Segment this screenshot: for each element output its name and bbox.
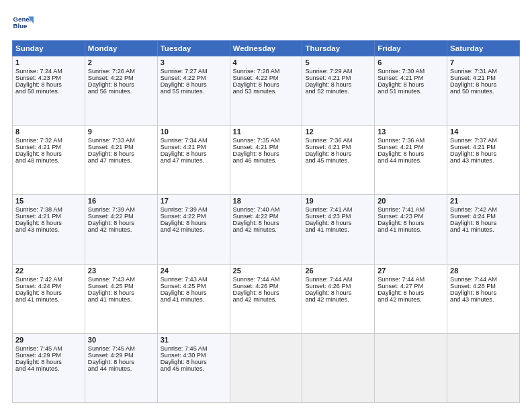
day-number: 22 <box>15 267 82 275</box>
cell-info-line: Sunset: 4:23 PM <box>305 213 371 220</box>
calendar-cell: 21Sunrise: 7:42 AMSunset: 4:24 PMDayligh… <box>447 195 520 264</box>
cell-info-line: Daylight: 8 hours <box>161 81 227 88</box>
day-number: 17 <box>161 197 227 205</box>
calendar-cell: 28Sunrise: 7:44 AMSunset: 4:28 PMDayligh… <box>447 264 520 333</box>
calendar-cell: 13Sunrise: 7:36 AMSunset: 4:21 PMDayligh… <box>375 126 447 195</box>
calendar-cell: 20Sunrise: 7:41 AMSunset: 4:23 PMDayligh… <box>375 195 447 264</box>
cell-info-line: and 43 minutes. <box>15 226 82 233</box>
cell-info-line: Sunrise: 7:29 AM <box>305 68 371 75</box>
cell-info-line: Daylight: 8 hours <box>88 220 154 226</box>
cell-info-line: Sunrise: 7:24 AM <box>15 68 82 75</box>
calendar-cell: 29Sunrise: 7:45 AMSunset: 4:29 PMDayligh… <box>13 333 85 402</box>
cell-info-line: Sunrise: 7:39 AM <box>161 206 227 213</box>
cell-info-line: Sunrise: 7:42 AM <box>450 206 517 213</box>
cell-info-line: Sunset: 4:29 PM <box>88 352 154 359</box>
day-number: 21 <box>450 197 517 205</box>
weekday-header-tuesday: Tuesday <box>157 41 230 56</box>
cell-info-line: Daylight: 8 hours <box>88 359 154 365</box>
calendar-week-3: 15Sunrise: 7:38 AMSunset: 4:21 PMDayligh… <box>13 195 520 264</box>
calendar-cell: 17Sunrise: 7:39 AMSunset: 4:22 PMDayligh… <box>157 195 230 264</box>
day-number: 25 <box>233 267 300 275</box>
calendar-table: SundayMondayTuesdayWednesdayThursdayFrid… <box>12 40 520 403</box>
calendar-cell <box>375 333 447 402</box>
calendar-cell: 27Sunrise: 7:44 AMSunset: 4:27 PMDayligh… <box>375 264 447 333</box>
day-number: 1 <box>15 58 82 66</box>
cell-info-line: and 56 minutes. <box>88 88 154 95</box>
cell-info-line: and 45 minutes. <box>305 157 371 164</box>
cell-info-line: Sunset: 4:29 PM <box>15 352 82 359</box>
cell-info-line: Sunset: 4:28 PM <box>450 283 517 289</box>
calendar-cell: 26Sunrise: 7:44 AMSunset: 4:26 PMDayligh… <box>302 264 375 333</box>
calendar-cell: 3Sunrise: 7:27 AMSunset: 4:22 PMDaylight… <box>157 56 230 126</box>
day-number: 7 <box>450 58 517 66</box>
calendar-cell: 8Sunrise: 7:32 AMSunset: 4:21 PMDaylight… <box>13 126 85 195</box>
page: General Blue SundayMondayTuesdayWednesda… <box>0 0 532 411</box>
calendar-week-4: 22Sunrise: 7:42 AMSunset: 4:24 PMDayligh… <box>13 264 520 333</box>
cell-info-line: Sunrise: 7:33 AM <box>88 137 154 144</box>
cell-info-line: Sunset: 4:22 PM <box>161 213 227 220</box>
cell-info-line: Sunset: 4:26 PM <box>305 283 371 289</box>
cell-info-line: Sunrise: 7:45 AM <box>161 345 227 352</box>
calendar-cell: 4Sunrise: 7:28 AMSunset: 4:22 PMDaylight… <box>230 56 302 126</box>
cell-info-line: Sunrise: 7:44 AM <box>305 276 371 283</box>
calendar-cell: 22Sunrise: 7:42 AMSunset: 4:24 PMDayligh… <box>13 264 85 333</box>
day-number: 16 <box>88 197 154 205</box>
cell-info-line: and 42 minutes. <box>233 226 300 233</box>
cell-info-line: Daylight: 8 hours <box>233 150 300 157</box>
cell-info-line: Daylight: 8 hours <box>88 150 154 157</box>
cell-info-line: Sunrise: 7:42 AM <box>15 276 82 283</box>
day-number: 29 <box>15 336 82 344</box>
cell-info-line: and 48 minutes. <box>15 157 82 164</box>
day-number: 9 <box>88 128 154 136</box>
cell-info-line: Sunrise: 7:32 AM <box>15 137 82 144</box>
calendar-cell: 25Sunrise: 7:44 AMSunset: 4:26 PMDayligh… <box>230 264 302 333</box>
cell-info-line: Sunrise: 7:36 AM <box>378 137 444 144</box>
calendar-cell: 10Sunrise: 7:34 AMSunset: 4:21 PMDayligh… <box>157 126 230 195</box>
calendar-cell: 6Sunrise: 7:30 AMSunset: 4:21 PMDaylight… <box>375 56 447 126</box>
day-number: 30 <box>88 336 154 344</box>
day-number: 23 <box>88 267 154 275</box>
cell-info-line: Daylight: 8 hours <box>378 150 444 157</box>
cell-info-line: Sunset: 4:21 PM <box>88 144 154 150</box>
cell-info-line: Daylight: 8 hours <box>378 81 444 88</box>
cell-info-line: Daylight: 8 hours <box>15 81 82 88</box>
cell-info-line: Sunrise: 7:37 AM <box>450 137 517 144</box>
cell-info-line: Sunset: 4:21 PM <box>450 75 517 81</box>
cell-info-line: Daylight: 8 hours <box>161 359 227 365</box>
calendar-cell: 2Sunrise: 7:26 AMSunset: 4:22 PMDaylight… <box>85 56 157 126</box>
cell-info-line: and 42 minutes. <box>88 226 154 233</box>
cell-info-line: and 43 minutes. <box>450 157 517 164</box>
cell-info-line: Daylight: 8 hours <box>378 220 444 226</box>
calendar-cell: 9Sunrise: 7:33 AMSunset: 4:21 PMDaylight… <box>85 126 157 195</box>
cell-info-line: and 50 minutes. <box>450 88 517 95</box>
calendar-cell: 16Sunrise: 7:39 AMSunset: 4:22 PMDayligh… <box>85 195 157 264</box>
cell-info-line: and 44 minutes. <box>88 365 154 372</box>
cell-info-line: Sunset: 4:21 PM <box>15 213 82 220</box>
cell-info-line: and 45 minutes. <box>161 365 227 372</box>
cell-info-line: Sunset: 4:25 PM <box>161 283 227 289</box>
calendar-cell: 23Sunrise: 7:43 AMSunset: 4:25 PMDayligh… <box>85 264 157 333</box>
day-number: 2 <box>88 58 154 66</box>
cell-info-line: Sunrise: 7:44 AM <box>450 276 517 283</box>
cell-info-line: Daylight: 8 hours <box>15 359 82 365</box>
generalblue-icon: General Blue <box>12 12 34 34</box>
svg-text:Blue: Blue <box>13 22 28 30</box>
cell-info-line: Daylight: 8 hours <box>450 81 517 88</box>
day-number: 20 <box>378 197 444 205</box>
cell-info-line: Daylight: 8 hours <box>161 289 227 296</box>
cell-info-line: Sunrise: 7:27 AM <box>161 68 227 75</box>
cell-info-line: Sunset: 4:22 PM <box>233 213 300 220</box>
cell-info-line: Sunset: 4:21 PM <box>233 144 300 150</box>
cell-info-line: Sunrise: 7:44 AM <box>233 276 300 283</box>
cell-info-line: Sunrise: 7:40 AM <box>233 206 300 213</box>
calendar-cell: 18Sunrise: 7:40 AMSunset: 4:22 PMDayligh… <box>230 195 302 264</box>
calendar-cell: 24Sunrise: 7:43 AMSunset: 4:25 PMDayligh… <box>157 264 230 333</box>
day-number: 6 <box>378 58 444 66</box>
weekday-header-sunday: Sunday <box>13 41 85 56</box>
cell-info-line: Sunset: 4:21 PM <box>305 144 371 150</box>
weekday-header-monday: Monday <box>85 41 157 56</box>
cell-info-line: and 47 minutes. <box>161 157 227 164</box>
day-number: 10 <box>161 128 227 136</box>
cell-info-line: Sunset: 4:27 PM <box>378 283 444 289</box>
cell-info-line: Daylight: 8 hours <box>450 150 517 157</box>
